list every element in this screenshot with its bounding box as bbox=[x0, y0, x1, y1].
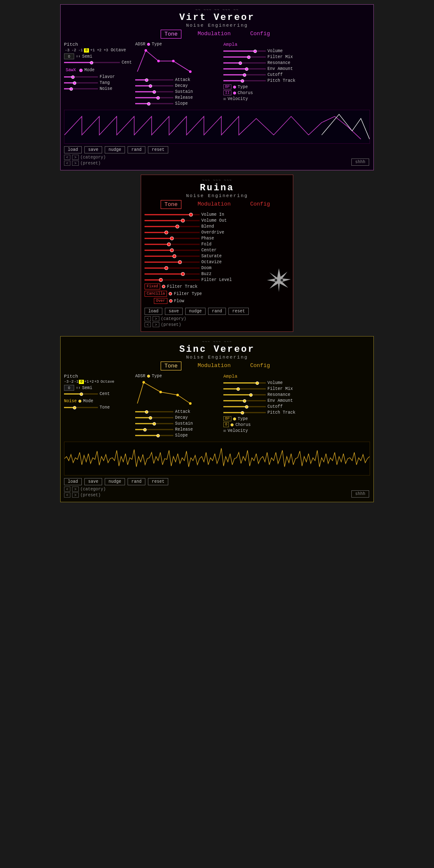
ruina-filtertrack-knob[interactable] bbox=[162, 285, 165, 288]
virt-tab-config[interactable]: Config bbox=[247, 30, 273, 39]
virt-cat-prev[interactable]: < bbox=[64, 155, 70, 160]
ruina-rand-btn[interactable]: rand bbox=[208, 308, 226, 315]
virt-reset-btn[interactable]: reset bbox=[148, 146, 168, 153]
ruina-filtertrack-val[interactable]: Fixed bbox=[145, 284, 160, 289]
ruina-octavize-slider[interactable] bbox=[145, 262, 200, 263]
virt-oct-n1[interactable]: -1 bbox=[78, 48, 84, 53]
ruina-phase-slider[interactable] bbox=[145, 238, 200, 239]
ruina-saturate-slider[interactable] bbox=[145, 256, 200, 257]
ruina-filtertype-val[interactable]: Cancilla bbox=[145, 291, 167, 297]
virt-cutoff-slider[interactable] bbox=[223, 74, 266, 75]
virt-oct-0[interactable]: 0 bbox=[84, 48, 89, 53]
virt-attack-slider[interactable] bbox=[135, 79, 173, 81]
ruina-volumein-slider[interactable] bbox=[145, 214, 200, 215]
sinc-mode-knob[interactable] bbox=[78, 400, 81, 403]
ruina-doom-slider[interactable] bbox=[145, 267, 200, 269]
virt-bp-knob[interactable] bbox=[233, 86, 236, 89]
sinc-semi-input[interactable] bbox=[64, 385, 74, 391]
virt-oct-p2[interactable]: +2 bbox=[96, 48, 103, 53]
virt-preset-prev[interactable]: < bbox=[64, 161, 70, 166]
virt-rand-btn[interactable]: rand bbox=[128, 146, 145, 153]
ruina-flow-val[interactable]: Over bbox=[154, 298, 167, 304]
virt-slope-slider[interactable] bbox=[135, 103, 173, 104]
sinc-oct-p3[interactable]: +3 bbox=[94, 380, 99, 384]
sinc-preset-prev[interactable]: < bbox=[64, 492, 70, 498]
virt-noise-slider[interactable] bbox=[64, 88, 98, 89]
virt-tab-tone[interactable]: Tone bbox=[161, 30, 181, 39]
virt-tang-slider[interactable] bbox=[64, 82, 98, 83]
virt-sustain-slider[interactable] bbox=[135, 91, 173, 92]
sinc-save-btn[interactable]: save bbox=[84, 478, 102, 485]
sinc-adsr-knob[interactable] bbox=[147, 375, 150, 378]
virt-load-btn[interactable]: load bbox=[64, 146, 82, 153]
ruina-volumeout-slider[interactable] bbox=[145, 220, 200, 221]
virt-oct-n2[interactable]: -2 bbox=[71, 48, 77, 53]
sinc-attack-slider[interactable] bbox=[135, 411, 173, 412]
virt-adsr-knob[interactable] bbox=[147, 43, 150, 46]
ruina-reset-btn[interactable]: reset bbox=[228, 308, 249, 315]
sinc-sustain-slider[interactable] bbox=[135, 423, 173, 424]
sinc-tab-tone[interactable]: Tone bbox=[161, 362, 181, 370]
virt-volume-slider[interactable] bbox=[223, 50, 266, 52]
ruina-fold-slider[interactable] bbox=[145, 244, 200, 245]
ruina-blend-slider[interactable] bbox=[145, 226, 200, 227]
sinc-tone-slider[interactable] bbox=[64, 407, 98, 408]
virt-nudge-btn[interactable]: nudge bbox=[105, 146, 125, 153]
sinc-volume-slider[interactable] bbox=[223, 382, 266, 384]
sinc-oct-0[interactable]: 0 bbox=[79, 380, 83, 384]
ruina-filtertype-knob[interactable] bbox=[169, 292, 172, 295]
sinc-oct-n2[interactable]: -2 bbox=[69, 380, 74, 384]
virt-oct-p1[interactable]: +1 bbox=[89, 48, 96, 53]
virt-envamt-slider[interactable] bbox=[223, 68, 266, 70]
virt-cat-next[interactable]: > bbox=[72, 155, 78, 160]
sinc-mode-value[interactable]: Noise bbox=[64, 399, 77, 403]
virt-resonance-slider[interactable] bbox=[223, 62, 266, 64]
ruina-tab-config[interactable]: Config bbox=[247, 200, 273, 209]
virt-pitchtrack-slider[interactable] bbox=[223, 80, 266, 81]
sinc-velocity-checkbox[interactable]: ☒ bbox=[223, 428, 226, 433]
virt-filtermix-slider[interactable] bbox=[223, 56, 266, 58]
virt-cent-slider[interactable] bbox=[64, 62, 120, 63]
sinc-bp-knob[interactable] bbox=[233, 417, 236, 420]
ruina-overdrive-slider[interactable] bbox=[145, 232, 200, 233]
sinc-cat-next[interactable]: > bbox=[72, 487, 78, 492]
virt-velocity-checkbox[interactable]: ☒ bbox=[223, 96, 226, 101]
ruina-flow-knob[interactable] bbox=[169, 299, 172, 303]
sinc-reset-btn[interactable]: reset bbox=[148, 478, 168, 485]
ruina-save-btn[interactable]: save bbox=[165, 308, 183, 315]
sinc-resonance-slider[interactable] bbox=[223, 394, 266, 395]
sinc-cent-slider[interactable] bbox=[64, 393, 98, 395]
ruina-cat-prev[interactable]: < bbox=[145, 316, 151, 321]
ruina-buzz-slider[interactable] bbox=[145, 273, 200, 275]
virt-mode-value[interactable]: SawX bbox=[64, 67, 78, 73]
ruina-load-btn[interactable]: load bbox=[145, 308, 162, 315]
ruina-preset-prev[interactable]: < bbox=[145, 322, 151, 327]
sinc-cutoff-slider[interactable] bbox=[223, 406, 266, 407]
ruina-cat-next[interactable]: > bbox=[153, 316, 159, 321]
virt-oct-p3[interactable]: +3 bbox=[103, 48, 109, 53]
sinc-cat-prev[interactable]: < bbox=[64, 487, 70, 492]
sinc-tab-modulation[interactable]: Modulation bbox=[194, 362, 234, 370]
virt-preset-next[interactable]: > bbox=[72, 161, 78, 166]
sinc-oct-n3[interactable]: -3 bbox=[64, 380, 69, 384]
sinc-decay-slider[interactable] bbox=[135, 417, 173, 418]
virt-tab-modulation[interactable]: Modulation bbox=[194, 30, 234, 39]
virt-chorus-knob[interactable] bbox=[233, 92, 236, 95]
sinc-oct-p1[interactable]: +1 bbox=[84, 380, 89, 384]
ruina-preset-next[interactable]: > bbox=[153, 322, 159, 327]
sinc-oct-n1[interactable]: -1 bbox=[74, 380, 79, 384]
sinc-envamt-slider[interactable] bbox=[223, 400, 266, 401]
ruina-tab-modulation[interactable]: Modulation bbox=[194, 200, 234, 209]
virt-mode-knob[interactable] bbox=[79, 69, 83, 72]
sinc-slope-slider[interactable] bbox=[135, 435, 173, 436]
sinc-rand-btn[interactable]: rand bbox=[128, 478, 145, 485]
sinc-tab-config[interactable]: Config bbox=[247, 362, 273, 370]
sinc-chorus-knob[interactable] bbox=[231, 423, 234, 426]
ruina-tab-tone[interactable]: Tone bbox=[161, 200, 181, 209]
virt-flavor-slider[interactable] bbox=[64, 76, 98, 78]
virt-release-slider[interactable] bbox=[135, 97, 173, 98]
virt-save-btn[interactable]: save bbox=[84, 146, 102, 153]
virt-semi-input[interactable] bbox=[64, 53, 74, 59]
ruina-center-slider[interactable] bbox=[145, 250, 200, 251]
ruina-filterlevel-slider[interactable] bbox=[145, 279, 200, 281]
